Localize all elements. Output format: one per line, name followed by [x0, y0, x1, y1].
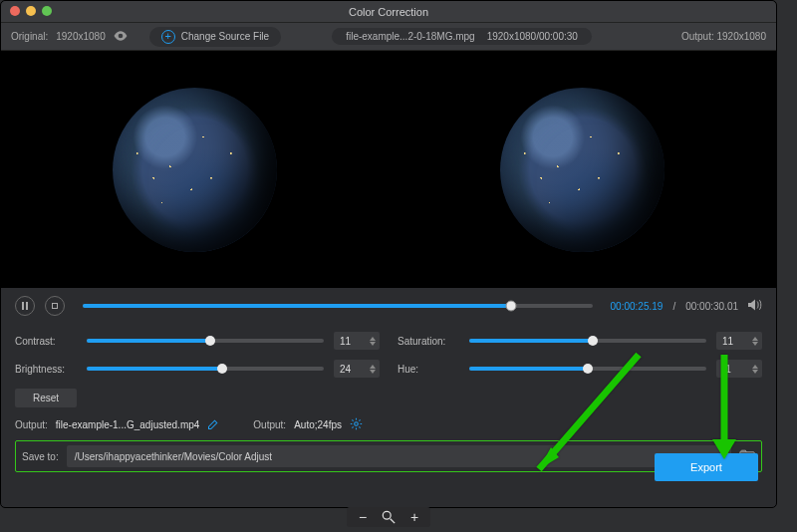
- preview-original: [1, 51, 389, 288]
- contrast-value-box[interactable]: 11: [334, 332, 380, 350]
- titlebar: Color Correction: [1, 1, 776, 23]
- brightness-label: Brightness:: [15, 364, 77, 375]
- hue-thumb[interactable]: [583, 364, 593, 374]
- progress-slider[interactable]: [83, 304, 593, 308]
- pencil-icon[interactable]: [207, 418, 219, 432]
- change-source-button[interactable]: + Change Source File: [149, 27, 281, 47]
- magnifier-icon[interactable]: [381, 509, 397, 525]
- preview-area: [1, 51, 776, 288]
- contrast-label: Contrast:: [15, 336, 77, 347]
- saturation-slider[interactable]: [469, 339, 706, 343]
- hue-value-box[interactable]: -1: [716, 360, 762, 378]
- saturation-value-box[interactable]: 11: [716, 332, 762, 350]
- sliders-panel: Contrast: 11 Saturation: 11: [1, 324, 776, 411]
- time-duration: 00:00:30.01: [685, 301, 738, 312]
- close-icon[interactable]: [10, 6, 20, 16]
- output-file-label: Output:: [15, 419, 48, 430]
- hue-slider[interactable]: [469, 367, 706, 371]
- contrast-group: Contrast: 11: [15, 332, 380, 350]
- svg-point-2: [383, 511, 391, 519]
- volume-icon[interactable]: [748, 297, 762, 315]
- original-label: Original:: [11, 31, 48, 42]
- original-res: 1920x1080: [56, 31, 106, 42]
- file-meta-text: 1920x1080/00:00:30: [487, 31, 578, 42]
- contrast-thumb[interactable]: [205, 336, 215, 346]
- saturation-label: Saturation:: [398, 336, 459, 347]
- plus-icon: +: [161, 30, 175, 44]
- preview-output: [389, 51, 776, 288]
- saturation-up[interactable]: [752, 337, 758, 341]
- output-label: Output:: [681, 31, 714, 42]
- output-file-name: file-example-1...G_adjusted.mp4: [56, 419, 200, 430]
- saveto-row: Save to: /Users/ihappyacethinker/Movies/…: [15, 440, 762, 472]
- reset-button[interactable]: Reset: [15, 389, 77, 407]
- progress-fill: [83, 304, 511, 308]
- pause-button[interactable]: [15, 296, 35, 316]
- contrast-value: 11: [340, 336, 370, 347]
- saturation-value: 11: [722, 336, 752, 347]
- output-res: 1920x1080: [716, 31, 766, 42]
- stop-icon: [52, 303, 58, 309]
- brightness-group: Brightness: 24: [15, 360, 380, 378]
- saveto-label: Save to:: [22, 451, 59, 462]
- zoom-out-button[interactable]: −: [355, 509, 371, 525]
- stop-button[interactable]: [45, 296, 65, 316]
- pause-icon: [22, 302, 28, 310]
- contrast-slider[interactable]: [87, 339, 324, 343]
- maximize-icon[interactable]: [42, 6, 52, 16]
- brightness-value: 24: [340, 364, 370, 375]
- brightness-slider[interactable]: [87, 367, 324, 371]
- brightness-value-box[interactable]: 24: [334, 360, 380, 378]
- progress-thumb[interactable]: [505, 301, 516, 312]
- hue-value: -1: [722, 364, 752, 375]
- window-controls: [10, 6, 52, 16]
- change-source-label: Change Source File: [181, 31, 269, 42]
- output-res-group: Output: 1920x1080: [681, 31, 766, 42]
- color-correction-window: Color Correction Original: 1920x1080 + C…: [0, 0, 777, 508]
- output-spec: Auto;24fps: [294, 419, 342, 430]
- time-sep: /: [672, 301, 675, 312]
- saveto-path-field[interactable]: /Users/ihappyacethinker/Movies/Color Adj…: [67, 445, 731, 467]
- hue-up[interactable]: [752, 365, 758, 369]
- export-button[interactable]: Export: [655, 453, 758, 481]
- svg-point-0: [355, 422, 359, 426]
- output-row: Output: file-example-1...G_adjusted.mp4 …: [1, 411, 776, 432]
- saturation-down[interactable]: [752, 342, 758, 346]
- gear-icon[interactable]: [350, 417, 363, 432]
- file-info-pill: file-example...2-0-18MG.mpg 1920x1080/00…: [332, 28, 592, 45]
- toolbar: Original: 1920x1080 + Change Source File…: [1, 23, 776, 51]
- contrast-down[interactable]: [370, 342, 376, 346]
- original-res-group: Original: 1920x1080: [11, 31, 128, 43]
- zoom-in-button[interactable]: +: [406, 509, 422, 525]
- time-current: 00:00:25.19: [611, 301, 664, 312]
- contrast-up[interactable]: [370, 337, 376, 341]
- brightness-down[interactable]: [370, 370, 376, 374]
- hue-down[interactable]: [752, 370, 758, 374]
- hue-label: Hue:: [398, 364, 459, 375]
- saturation-thumb[interactable]: [588, 336, 598, 346]
- brightness-up[interactable]: [370, 365, 376, 369]
- earth-image-output: [500, 88, 664, 252]
- brightness-thumb[interactable]: [217, 364, 227, 374]
- earth-image-original: [113, 88, 277, 252]
- zoom-controls: − +: [347, 507, 430, 527]
- player-bar: 00:00:25.19 / 00:00:30.01: [1, 288, 776, 324]
- minimize-icon[interactable]: [26, 6, 36, 16]
- window-title: Color Correction: [1, 1, 776, 23]
- saveto-path-text: /Users/ihappyacethinker/Movies/Color Adj…: [75, 451, 272, 462]
- output-spec-label: Output:: [253, 419, 286, 430]
- hue-group: Hue: -1: [398, 360, 762, 378]
- file-name-text: file-example...2-0-18MG.mpg: [346, 31, 475, 42]
- saturation-group: Saturation: 11: [398, 332, 762, 350]
- eye-icon[interactable]: [114, 31, 128, 43]
